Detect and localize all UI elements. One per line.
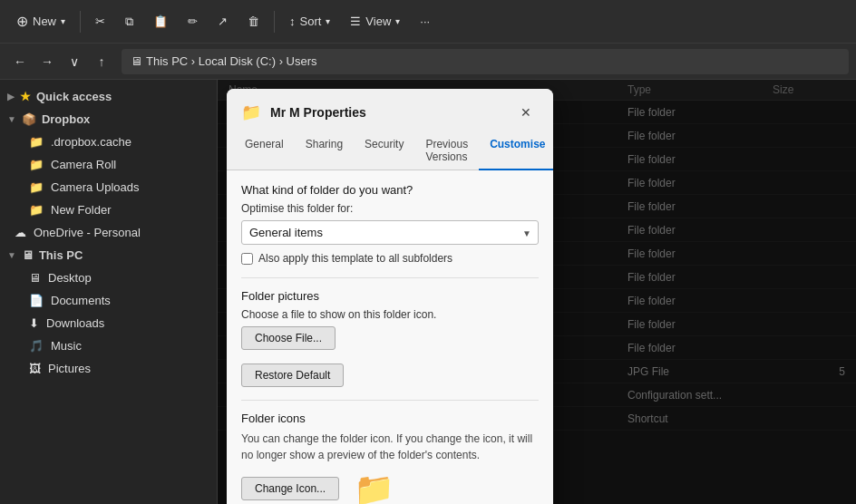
- camera-roll-label: Camera Roll: [51, 158, 116, 171]
- change-icon-button[interactable]: Change Icon...: [241, 477, 339, 500]
- new-chevron-icon: ▾: [61, 16, 65, 26]
- new-folder-label: New Folder: [51, 203, 111, 217]
- sort-icon: ↕: [289, 15, 296, 28]
- optimize-select[interactable]: General items Documents Pictures Music V…: [241, 220, 539, 245]
- camera-uploads-label: Camera Uploads: [51, 180, 140, 194]
- quick-access-star-icon: ★: [20, 90, 31, 103]
- breadcrumb-path: This PC › Local Disk (C:) › Users: [146, 54, 317, 68]
- apply-subfolders-label: Also apply this template to all subfolde…: [258, 252, 452, 265]
- folder-icons-heading: Folder icons: [241, 412, 539, 425]
- tab-customise[interactable]: Customise: [479, 132, 553, 170]
- folder-pictures-heading: Folder pictures: [241, 289, 539, 303]
- breadcrumb[interactable]: 🖥 This PC › Local Disk (C:) › Users: [122, 49, 849, 74]
- toolbar: ⊕ New ▾ ✂ ⧉ 📋 ✏ ↗ 🗑 ↕ Sort ▾ ☰ View ▾ ··…: [0, 0, 856, 44]
- modal-title-icon: 📁: [241, 102, 261, 122]
- sidebar-item-downloads[interactable]: ⬇ Downloads: [18, 312, 213, 334]
- view-icon: ☰: [350, 15, 361, 28]
- delete-icon: 🗑: [248, 15, 259, 28]
- sidebar-item-desktop[interactable]: 🖥 Desktop: [18, 267, 213, 289]
- new-icon: ⊕: [16, 13, 28, 30]
- separator-1: [80, 11, 81, 33]
- paste-button[interactable]: 📋: [144, 9, 177, 34]
- share-button[interactable]: ↗: [209, 9, 237, 34]
- sidebar-item-onedrive[interactable]: ☁ OneDrive - Personal: [4, 221, 213, 244]
- music-label: Music: [51, 339, 82, 353]
- copy-button[interactable]: ⧉: [116, 9, 142, 34]
- choose-file-button[interactable]: Choose File...: [241, 326, 336, 350]
- cut-icon: ✂: [95, 15, 105, 28]
- tab-previous-versions[interactable]: Previous Versions: [414, 132, 479, 170]
- tab-sharing[interactable]: Sharing: [295, 132, 354, 170]
- folder-icons-section: Folder icons You can change the folder i…: [241, 412, 539, 504]
- documents-icon: 📄: [29, 294, 44, 307]
- camera-roll-icon: 📁: [29, 158, 44, 171]
- sidebar-item-pictures[interactable]: 🖼 Pictures: [18, 357, 213, 380]
- sort-button[interactable]: ↕ Sort ▾: [280, 9, 339, 34]
- file-list: Name Type Size 📁 File folder 📁 File fold…: [218, 80, 856, 504]
- modal-content: What kind of folder do you want? Optimis…: [227, 170, 553, 504]
- dropbox-icon: 📦: [22, 112, 36, 126]
- new-button[interactable]: ⊕ New ▾: [7, 7, 74, 35]
- new-folder-icon: 📁: [29, 203, 44, 217]
- pictures-label: Pictures: [48, 362, 91, 375]
- more-button[interactable]: ···: [411, 9, 439, 34]
- folder-icon-preview: 📁: [354, 470, 394, 504]
- this-pc-icon: 🖥: [22, 248, 34, 262]
- sidebar-item-dropbox[interactable]: ▼ 📦 Dropbox: [0, 108, 217, 131]
- nav-buttons: ← → ∨ ↑: [7, 49, 114, 74]
- back-button[interactable]: ←: [7, 49, 33, 74]
- properties-modal: 📁 Mr M Properties ✕ General Sharing Secu…: [227, 89, 553, 504]
- modal-close-button[interactable]: ✕: [513, 100, 539, 125]
- downloads-icon: ⬇: [29, 316, 39, 330]
- modal-titlebar: 📁 Mr M Properties ✕: [227, 89, 553, 132]
- restore-default-button[interactable]: Restore Default: [241, 363, 344, 387]
- down-button[interactable]: ∨: [62, 49, 87, 74]
- dropbox-cache-label: .dropbox.cache: [51, 135, 131, 149]
- desktop-icon: 🖥: [29, 271, 41, 285]
- sidebar-item-documents[interactable]: 📄 Documents: [18, 289, 213, 312]
- tab-general[interactable]: General: [234, 132, 295, 170]
- modal-tabs: General Sharing Security Previous Versio…: [227, 132, 553, 170]
- sidebar-item-music[interactable]: 🎵 Music: [18, 334, 213, 357]
- breadcrumb-pc-icon: 🖥: [131, 54, 142, 68]
- delete-button[interactable]: 🗑: [238, 9, 268, 34]
- quick-access-chevron-icon: ▶: [7, 92, 15, 102]
- cut-button[interactable]: ✂: [86, 9, 114, 34]
- sidebar-item-camera-uploads[interactable]: 📁 Camera Uploads: [18, 176, 213, 199]
- rename-button[interactable]: ✏: [179, 9, 207, 34]
- optimize-select-wrapper: General items Documents Pictures Music V…: [241, 220, 539, 245]
- up-button[interactable]: ↑: [89, 49, 114, 74]
- optimize-section: What kind of folder do you want? Optimis…: [241, 183, 539, 265]
- optimize-label: Optimise this folder for:: [241, 202, 539, 215]
- dropbox-cache-icon: 📁: [29, 135, 44, 149]
- sort-label: Sort: [300, 15, 322, 28]
- onedrive-label: OneDrive - Personal: [34, 226, 141, 239]
- documents-label: Documents: [51, 294, 111, 307]
- folder-pictures-section: Folder pictures Choose a file to show on…: [241, 289, 539, 387]
- sidebar-item-dropbox-cache[interactable]: 📁 .dropbox.cache: [18, 131, 213, 153]
- sidebar-item-new-folder[interactable]: 📁 New Folder: [18, 199, 213, 221]
- apply-subfolders-checkbox[interactable]: [241, 253, 253, 265]
- more-icon: ···: [420, 15, 430, 28]
- dropbox-chevron-icon: ▼: [7, 114, 16, 124]
- optimize-heading: What kind of folder do you want?: [241, 183, 539, 197]
- camera-uploads-icon: 📁: [29, 180, 44, 194]
- divider-2: [241, 400, 539, 401]
- onedrive-icon: ☁: [15, 226, 26, 239]
- divider-1: [241, 277, 539, 278]
- modal-title: Mr M Properties: [270, 105, 504, 120]
- copy-icon: ⧉: [125, 15, 133, 29]
- dropbox-label: Dropbox: [42, 112, 90, 126]
- downloads-label: Downloads: [46, 316, 104, 330]
- new-label: New: [33, 15, 56, 28]
- view-button[interactable]: ☰ View ▾: [341, 9, 409, 34]
- sidebar-item-camera-roll[interactable]: 📁 Camera Roll: [18, 153, 213, 176]
- paste-icon: 📋: [153, 15, 168, 28]
- forward-button[interactable]: →: [34, 49, 60, 74]
- rename-icon: ✏: [188, 15, 198, 28]
- tab-security[interactable]: Security: [354, 132, 414, 170]
- modal-overlay: 📁 Mr M Properties ✕ General Sharing Secu…: [218, 80, 856, 504]
- sidebar: ▶ ★ Quick access ▼ 📦 Dropbox 📁 .dropbox.…: [0, 80, 218, 504]
- sidebar-item-this-pc[interactable]: ▼ 🖥 This PC: [0, 244, 217, 267]
- sidebar-item-quick-access[interactable]: ▶ ★ Quick access: [0, 85, 217, 108]
